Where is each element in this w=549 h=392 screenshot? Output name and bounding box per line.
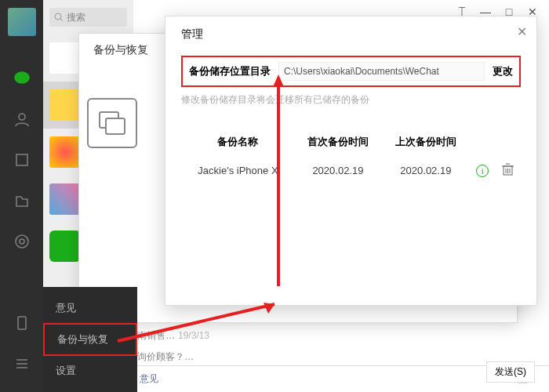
backup-path-row: 备份储存位置目录 C:\Users\xiaokai\Documents\WeCh… bbox=[181, 56, 521, 87]
message-preview: 南销售…19/3/13 询价顾客？… bbox=[137, 329, 209, 364]
svg-rect-2 bbox=[16, 154, 27, 165]
dialog-close-icon[interactable]: ✕ bbox=[517, 24, 527, 39]
svg-point-4 bbox=[16, 235, 28, 248]
svg-point-1 bbox=[19, 114, 25, 120]
cell-first: 2020.02.19 bbox=[295, 155, 381, 186]
info-icon[interactable]: i bbox=[476, 165, 489, 177]
menu-item-feedback[interactable]: 意见 bbox=[43, 293, 137, 323]
svg-line-10 bbox=[60, 19, 63, 21]
manage-dialog: ✕ 管理 备份储存位置目录 C:\Users\xiaokai\Documents… bbox=[165, 16, 537, 306]
phone-icon[interactable] bbox=[13, 314, 31, 332]
change-path-button[interactable]: 更改 bbox=[493, 64, 513, 78]
menu-item-backup[interactable]: 备份与恢复 bbox=[43, 323, 137, 356]
files-icon[interactable] bbox=[13, 191, 31, 210]
path-value: C:\Users\xiaokai\Documents\WeChat bbox=[278, 62, 485, 81]
search-placeholder: 搜索 bbox=[67, 11, 85, 24]
nav-sidebar bbox=[0, 0, 43, 392]
col-name: 备份名称 bbox=[183, 130, 293, 154]
svg-rect-13 bbox=[106, 118, 125, 134]
search-input[interactable]: 搜索 bbox=[49, 8, 127, 27]
moments-icon[interactable] bbox=[13, 232, 31, 251]
favorites-icon[interactable] bbox=[13, 151, 31, 169]
delete-icon[interactable] bbox=[502, 166, 514, 178]
dialog-title: 管理 bbox=[181, 27, 521, 42]
table-row: Jackie's iPhone X 2020.02.19 2020.02.19 … bbox=[183, 155, 519, 186]
svg-point-0 bbox=[15, 72, 29, 83]
svg-rect-5 bbox=[18, 317, 26, 329]
feedback-link[interactable]: 意见 bbox=[140, 372, 158, 386]
cell-last: 2020.02.19 bbox=[383, 155, 469, 186]
menu-item-settings[interactable]: 设置 bbox=[43, 356, 137, 386]
col-first: 首次备份时间 bbox=[295, 130, 381, 154]
backup-to-pc-icon[interactable] bbox=[87, 98, 137, 148]
more-menu: 意见 备份与恢复 设置 bbox=[43, 287, 137, 392]
menu-icon[interactable] bbox=[13, 354, 31, 373]
cell-name: Jackie's iPhone X bbox=[183, 155, 293, 186]
chat-icon[interactable] bbox=[13, 69, 31, 88]
path-note: 修改备份储存目录将会迁移所有已储存的备份 bbox=[181, 93, 521, 107]
svg-point-9 bbox=[55, 13, 61, 20]
send-button[interactable]: 发送(S) bbox=[486, 361, 535, 383]
path-label: 备份储存位置目录 bbox=[189, 64, 271, 78]
avatar[interactable] bbox=[8, 8, 36, 36]
col-last: 上次备份时间 bbox=[383, 130, 469, 154]
backup-table: 备份名称 首次备份时间 上次备份时间 Jackie's iPhone X 202… bbox=[181, 129, 521, 187]
svg-point-3 bbox=[20, 239, 24, 244]
contacts-icon[interactable] bbox=[13, 110, 31, 129]
